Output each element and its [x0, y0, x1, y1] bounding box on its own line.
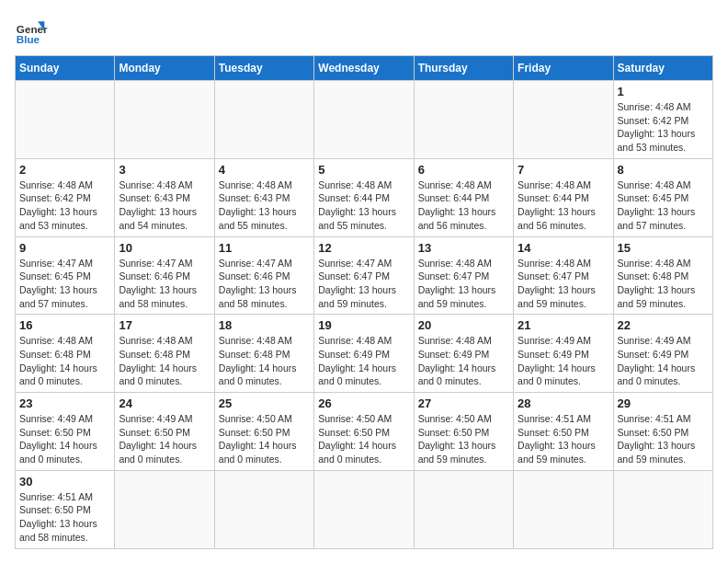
week-row-4: 16Sunrise: 4:48 AM Sunset: 6:48 PM Dayli… — [16, 315, 713, 393]
weekday-sunday: Sunday — [16, 56, 115, 81]
day-info: Sunrise: 4:48 AM Sunset: 6:45 PM Dayligh… — [618, 178, 709, 233]
day-info: Sunrise: 4:47 AM Sunset: 6:46 PM Dayligh… — [119, 257, 210, 311]
day-cell: 19Sunrise: 4:48 AM Sunset: 6:49 PM Dayli… — [314, 315, 414, 393]
day-number: 9 — [19, 241, 110, 255]
day-number: 7 — [518, 163, 609, 177]
day-info: Sunrise: 4:48 AM Sunset: 6:47 PM Dayligh… — [418, 257, 509, 311]
day-cell: 20Sunrise: 4:48 AM Sunset: 6:49 PM Dayli… — [414, 315, 513, 393]
day-cell: 28Sunrise: 4:51 AM Sunset: 6:50 PM Dayli… — [514, 393, 613, 471]
day-cell — [414, 81, 513, 159]
day-number: 26 — [318, 396, 409, 410]
day-cell: 4Sunrise: 4:48 AM Sunset: 6:43 PM Daylig… — [214, 158, 313, 236]
day-info: Sunrise: 4:48 AM Sunset: 6:49 PM Dayligh… — [318, 334, 409, 388]
day-number: 12 — [318, 241, 409, 255]
day-cell: 17Sunrise: 4:48 AM Sunset: 6:48 PM Dayli… — [115, 315, 214, 393]
weekday-thursday: Thursday — [414, 56, 513, 81]
day-info: Sunrise: 4:47 AM Sunset: 6:46 PM Dayligh… — [219, 257, 310, 311]
day-info: Sunrise: 4:48 AM Sunset: 6:44 PM Dayligh… — [418, 178, 509, 233]
day-number: 30 — [19, 475, 110, 488]
day-cell: 24Sunrise: 4:49 AM Sunset: 6:50 PM Dayli… — [115, 393, 214, 471]
day-info: Sunrise: 4:48 AM Sunset: 6:44 PM Dayligh… — [318, 178, 409, 233]
day-cell — [414, 470, 513, 548]
logo-icon: General Blue — [15, 15, 48, 48]
day-info: Sunrise: 4:48 AM Sunset: 6:43 PM Dayligh… — [119, 178, 210, 233]
day-number: 24 — [119, 396, 210, 410]
logo: General Blue — [15, 15, 48, 48]
weekday-saturday: Saturday — [613, 56, 712, 81]
day-number: 5 — [318, 163, 409, 177]
day-number: 21 — [518, 318, 609, 332]
day-number: 15 — [618, 241, 709, 255]
day-number: 4 — [219, 163, 310, 177]
day-info: Sunrise: 4:48 AM Sunset: 6:49 PM Dayligh… — [418, 334, 509, 388]
day-number: 14 — [518, 241, 609, 255]
day-number: 13 — [418, 241, 509, 255]
day-number: 3 — [119, 163, 210, 177]
day-info: Sunrise: 4:49 AM Sunset: 6:49 PM Dayligh… — [618, 334, 709, 388]
svg-text:Blue: Blue — [17, 33, 40, 45]
week-row-5: 23Sunrise: 4:49 AM Sunset: 6:50 PM Dayli… — [16, 393, 713, 471]
day-cell: 2Sunrise: 4:48 AM Sunset: 6:42 PM Daylig… — [16, 158, 115, 236]
weekday-header-row: SundayMondayTuesdayWednesdayThursdayFrid… — [16, 56, 713, 81]
day-number: 8 — [618, 163, 709, 177]
day-cell: 6Sunrise: 4:48 AM Sunset: 6:44 PM Daylig… — [414, 158, 513, 236]
day-cell — [214, 470, 313, 548]
day-info: Sunrise: 4:49 AM Sunset: 6:50 PM Dayligh… — [119, 412, 210, 466]
day-cell: 11Sunrise: 4:47 AM Sunset: 6:46 PM Dayli… — [214, 236, 313, 315]
day-info: Sunrise: 4:51 AM Sunset: 6:50 PM Dayligh… — [518, 412, 609, 466]
day-info: Sunrise: 4:48 AM Sunset: 6:48 PM Dayligh… — [19, 334, 110, 388]
day-info: Sunrise: 4:47 AM Sunset: 6:45 PM Dayligh… — [19, 257, 110, 311]
day-number: 25 — [219, 396, 310, 410]
weekday-tuesday: Tuesday — [214, 56, 313, 81]
day-cell: 16Sunrise: 4:48 AM Sunset: 6:48 PM Dayli… — [16, 315, 115, 393]
calendar-table: SundayMondayTuesdayWednesdayThursdayFrid… — [15, 55, 713, 549]
day-cell: 3Sunrise: 4:48 AM Sunset: 6:43 PM Daylig… — [115, 158, 214, 236]
day-cell — [214, 81, 313, 159]
day-info: Sunrise: 4:50 AM Sunset: 6:50 PM Dayligh… — [219, 412, 310, 466]
day-cell: 29Sunrise: 4:51 AM Sunset: 6:50 PM Dayli… — [613, 393, 712, 471]
day-info: Sunrise: 4:50 AM Sunset: 6:50 PM Dayligh… — [418, 412, 509, 466]
day-number: 29 — [618, 396, 709, 410]
day-cell — [314, 81, 414, 159]
day-cell: 14Sunrise: 4:48 AM Sunset: 6:47 PM Dayli… — [514, 236, 613, 315]
day-cell: 13Sunrise: 4:48 AM Sunset: 6:47 PM Dayli… — [414, 236, 513, 315]
day-number: 23 — [19, 396, 110, 410]
week-row-1: 1Sunrise: 4:48 AM Sunset: 6:42 PM Daylig… — [16, 81, 713, 159]
weekday-friday: Friday — [514, 56, 613, 81]
day-number: 10 — [119, 241, 210, 255]
day-info: Sunrise: 4:48 AM Sunset: 6:44 PM Dayligh… — [518, 178, 609, 233]
day-number: 28 — [518, 396, 609, 410]
day-cell: 9Sunrise: 4:47 AM Sunset: 6:45 PM Daylig… — [16, 236, 115, 315]
day-cell: 21Sunrise: 4:49 AM Sunset: 6:49 PM Dayli… — [514, 315, 613, 393]
day-cell: 10Sunrise: 4:47 AM Sunset: 6:46 PM Dayli… — [115, 236, 214, 315]
day-cell — [115, 470, 214, 548]
day-cell: 26Sunrise: 4:50 AM Sunset: 6:50 PM Dayli… — [314, 393, 414, 471]
day-cell: 23Sunrise: 4:49 AM Sunset: 6:50 PM Dayli… — [16, 393, 115, 471]
day-cell — [115, 81, 214, 159]
day-info: Sunrise: 4:49 AM Sunset: 6:49 PM Dayligh… — [518, 334, 609, 388]
day-number: 17 — [119, 318, 210, 332]
day-number: 1 — [618, 85, 709, 98]
day-number: 11 — [219, 241, 310, 255]
day-cell: 27Sunrise: 4:50 AM Sunset: 6:50 PM Dayli… — [414, 393, 513, 471]
day-cell — [514, 81, 613, 159]
day-number: 20 — [418, 318, 509, 332]
day-info: Sunrise: 4:48 AM Sunset: 6:42 PM Dayligh… — [618, 100, 709, 155]
week-row-3: 9Sunrise: 4:47 AM Sunset: 6:45 PM Daylig… — [16, 236, 713, 315]
day-cell: 15Sunrise: 4:48 AM Sunset: 6:48 PM Dayli… — [613, 236, 712, 315]
day-info: Sunrise: 4:48 AM Sunset: 6:48 PM Dayligh… — [119, 334, 210, 388]
day-cell — [613, 470, 712, 548]
day-info: Sunrise: 4:50 AM Sunset: 6:50 PM Dayligh… — [318, 412, 409, 466]
week-row-6: 30Sunrise: 4:51 AM Sunset: 6:50 PM Dayli… — [16, 470, 713, 548]
day-info: Sunrise: 4:48 AM Sunset: 6:48 PM Dayligh… — [219, 334, 310, 388]
day-info: Sunrise: 4:48 AM Sunset: 6:47 PM Dayligh… — [518, 257, 609, 311]
day-info: Sunrise: 4:48 AM Sunset: 6:48 PM Dayligh… — [618, 257, 709, 311]
day-number: 2 — [19, 163, 110, 177]
day-number: 6 — [418, 163, 509, 177]
day-number: 18 — [219, 318, 310, 332]
page-header: General Blue — [15, 15, 713, 48]
day-cell — [16, 81, 115, 159]
day-number: 19 — [318, 318, 409, 332]
day-number: 27 — [418, 396, 509, 410]
day-cell: 12Sunrise: 4:47 AM Sunset: 6:47 PM Dayli… — [314, 236, 414, 315]
